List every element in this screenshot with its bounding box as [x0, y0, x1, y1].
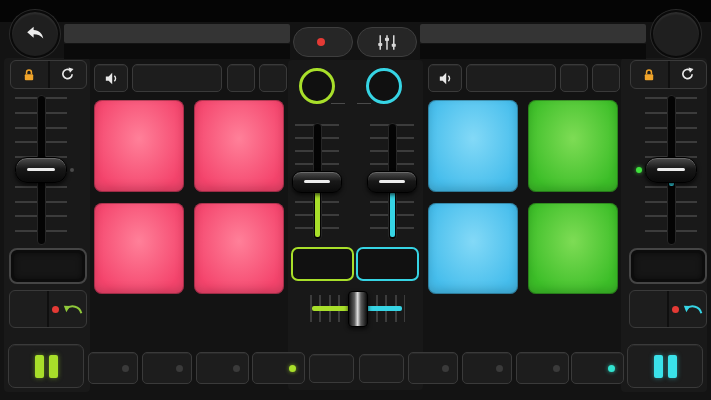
sync-b-button[interactable] [629, 248, 707, 284]
keylock-b-button[interactable] [631, 61, 668, 88]
crossfader-handle[interactable] [348, 291, 368, 327]
pad-air-horn[interactable] [528, 100, 618, 192]
dj-mixer-app [0, 0, 711, 400]
deck-b-overview[interactable] [420, 44, 646, 59]
eq-b-button[interactable] [462, 352, 512, 384]
status-dot [289, 365, 296, 372]
settings-button[interactable] [651, 10, 701, 58]
pad-clap[interactable] [94, 100, 184, 192]
sampler-a-button[interactable] [291, 247, 354, 281]
sample-bank-b-dropdown[interactable] [466, 64, 556, 92]
monitor-a-button[interactable] [94, 64, 128, 92]
status-dot [176, 365, 183, 372]
status-dot [496, 365, 503, 372]
pause-icon [49, 355, 58, 378]
tempo-reset-b-button[interactable] [668, 61, 707, 88]
pad-hihat[interactable] [94, 203, 184, 295]
set-cue-a-button[interactable] [10, 291, 47, 327]
sampler-b-button[interactable] [356, 247, 419, 281]
bank-next-a-button[interactable] [259, 64, 287, 92]
tempo-b-indicator-dot [636, 167, 642, 173]
status-dot [442, 365, 449, 372]
rec-button[interactable] [293, 27, 353, 57]
bank-next-b-button[interactable] [592, 64, 620, 92]
undo-cue-b-button[interactable] [667, 291, 706, 327]
pad-snare[interactable] [194, 100, 284, 192]
deck-b-trackbar [420, 24, 646, 43]
undo-arrow-icon [683, 302, 703, 316]
vol-label-row [318, 103, 384, 104]
load-sample-a-button[interactable] [299, 68, 335, 104]
undo-arrow-icon [63, 302, 83, 316]
tempo-a-slider [15, 95, 67, 245]
sample-bank-a-dropdown[interactable] [132, 64, 222, 92]
back-icon [24, 23, 46, 45]
tempo-b-handle[interactable] [645, 157, 697, 183]
sync-a-button[interactable] [9, 248, 87, 284]
deck-a-pads [94, 100, 284, 294]
pause-icon [668, 355, 677, 378]
speaker-icon [437, 70, 454, 87]
loop-a-button[interactable] [196, 352, 249, 384]
keylock-a-button[interactable] [11, 61, 48, 88]
speaker-icon [103, 70, 120, 87]
load-sample-b-button[interactable] [366, 68, 402, 104]
pad-gunshot[interactable] [428, 203, 518, 295]
tempo-a-handle[interactable] [15, 157, 67, 183]
cue-dot-icon [52, 306, 59, 313]
vol-a-slider [292, 123, 342, 240]
deck-a-trackbar [64, 24, 290, 43]
pad-kick[interactable] [194, 203, 284, 295]
bank-prev-b-button[interactable] [560, 64, 588, 92]
monitor-b-button[interactable] [428, 64, 462, 92]
lock-icon [642, 68, 656, 82]
pad-rise[interactable] [528, 203, 618, 295]
status-dot [122, 365, 129, 372]
hot-cue-a-button[interactable] [252, 352, 305, 384]
rec-dot-icon [317, 38, 325, 46]
tempo-reset-a-button[interactable] [48, 61, 87, 88]
eq-a-button[interactable] [142, 352, 192, 384]
back-button[interactable] [10, 10, 60, 58]
pause-icon [654, 355, 663, 378]
tempo-b-slider [645, 95, 697, 245]
status-dot [233, 365, 240, 372]
undo-cue-a-button[interactable] [47, 291, 86, 327]
hot-cue-b-button[interactable] [571, 352, 624, 384]
pause-icon [35, 355, 44, 378]
lock-icon [22, 68, 36, 82]
deck-b-pads [428, 100, 618, 294]
reset-circular-arrow-icon [60, 67, 75, 82]
reset-circular-arrow-icon [680, 67, 695, 82]
tempo-a-zero-dot [70, 168, 74, 172]
fx-a-button[interactable] [88, 352, 138, 384]
pad-cash-machine[interactable] [428, 100, 518, 192]
loop-b-button[interactable] [516, 352, 569, 384]
set-cue-b-button[interactable] [630, 291, 667, 327]
vol-b-slider [367, 123, 417, 240]
fx-b-button[interactable] [408, 352, 458, 384]
crossfader [310, 291, 405, 327]
vol-a-handle[interactable] [292, 171, 342, 193]
reset-a-button[interactable] [309, 354, 354, 383]
mixer-sliders-icon [376, 34, 398, 51]
cue-dot-icon [672, 306, 679, 313]
deck-a-overview[interactable] [64, 44, 290, 59]
level-meter [343, 126, 370, 239]
mixer-panel-button[interactable] [357, 27, 417, 57]
deck-waveform-strip[interactable] [0, 0, 711, 22]
status-dot [553, 365, 560, 372]
play-pause-b-button[interactable] [627, 344, 703, 388]
vol-b-handle[interactable] [367, 171, 417, 193]
play-pause-a-button[interactable] [8, 344, 84, 388]
bank-prev-a-button[interactable] [227, 64, 255, 92]
reset-b-button[interactable] [359, 354, 404, 383]
status-dot [608, 365, 615, 372]
